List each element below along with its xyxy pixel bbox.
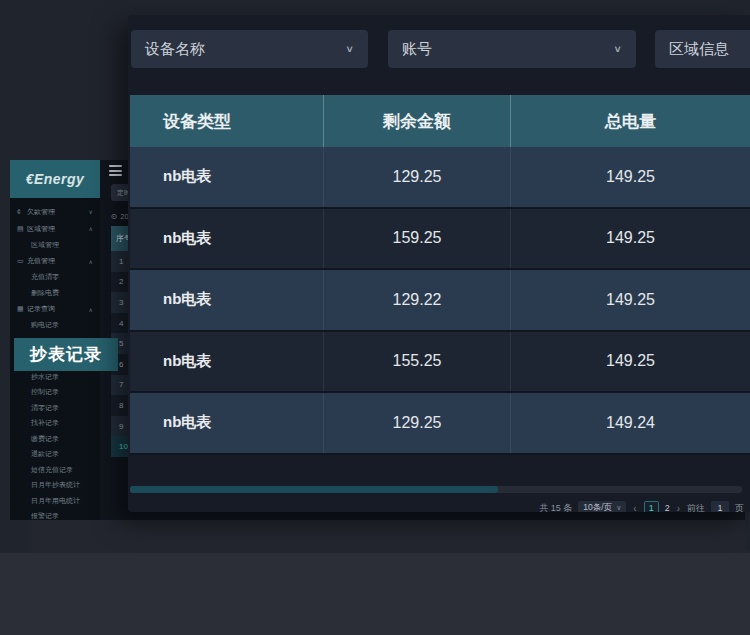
- chevron-up-icon: ∧: [89, 306, 93, 313]
- sidebar-item-arrears[interactable]: ¢ 欠款管理 ∨: [10, 203, 100, 220]
- page-button-2[interactable]: 2: [665, 503, 670, 512]
- page-size-select[interactable]: 10条/页 ∨: [578, 501, 626, 513]
- sidebar-sub-payment[interactable]: 缴费记录: [10, 431, 100, 447]
- account-dropdown[interactable]: 账号 ∨: [388, 30, 636, 68]
- chevron-up-icon: ∧: [89, 258, 93, 265]
- coin-icon: ¢: [17, 208, 27, 215]
- chevron-down-icon: ∨: [345, 43, 354, 54]
- sidebar-sub-reset[interactable]: 清零记录: [10, 400, 100, 416]
- table-row[interactable]: nb电表 129.25 149.24: [130, 393, 750, 455]
- sidebar-sub-region[interactable]: 区域管理: [10, 237, 100, 253]
- pagination-total: 共 15 条: [539, 502, 572, 513]
- goto-page-input[interactable]: 1: [711, 501, 729, 513]
- header-total-power: 总电量: [511, 95, 750, 147]
- header-device-type: 设备类型: [130, 95, 324, 147]
- goto-unit: 页: [735, 502, 744, 513]
- sidebar-sub-control[interactable]: 控制记录: [10, 385, 100, 401]
- sidebar-sub-purchase[interactable]: 购电记录: [10, 318, 100, 334]
- pagination: 共 15 条 10条/页 ∨ ‹ 1 2 › 前往 1 页: [539, 500, 744, 512]
- page-bottom-band: [0, 553, 750, 635]
- device-name-dropdown[interactable]: 设备名称 ∨: [131, 30, 368, 68]
- sidebar-sub-adjust[interactable]: 找补记录: [10, 416, 100, 432]
- app-logo: €Energy: [10, 160, 100, 198]
- region-icon: ▤: [17, 225, 27, 233]
- region-info-dropdown[interactable]: 区域信息: [655, 30, 750, 68]
- table-header-row: 设备类型 剩余金额 总电量: [130, 95, 750, 147]
- sidebar-sub-water[interactable]: 抄水记录: [10, 369, 100, 385]
- scrollbar-thumb[interactable]: [130, 486, 498, 493]
- chevron-up-icon: ∧: [89, 225, 93, 232]
- menu-toggle-icon[interactable]: [109, 165, 122, 176]
- sidebar-sub-delete-fee[interactable]: 删除电费: [10, 285, 100, 301]
- sidebar-item-recharge[interactable]: ▭ 充值管理 ∧: [10, 253, 100, 270]
- page-button-1-current[interactable]: 1: [644, 501, 659, 513]
- clock-icon: ⊙: [111, 212, 117, 221]
- card-icon: ▭: [17, 257, 27, 265]
- sidebar-sub-recharge-clear[interactable]: 充值清零: [10, 270, 100, 286]
- table-row[interactable]: nb电表 129.25 149.25: [130, 147, 750, 209]
- horizontal-scrollbar[interactable]: [130, 486, 742, 493]
- meter-table: 设备类型 剩余金额 总电量 nb电表 129.25 149.25 nb电表 15…: [130, 95, 750, 455]
- records-icon: ▦: [17, 305, 27, 313]
- chevron-down-icon: ∨: [616, 504, 621, 512]
- chevron-down-icon: ∨: [89, 208, 93, 215]
- sidebar-sub-sms[interactable]: 短信充值记录: [10, 462, 100, 478]
- sidebar-item-region[interactable]: ▤ 区域管理 ∧: [10, 220, 100, 237]
- table-row[interactable]: nb电表 155.25 149.25: [130, 332, 750, 394]
- table-row[interactable]: nb电表 159.25 149.25: [130, 209, 750, 271]
- sidebar-item-meter-reading-active[interactable]: 抄表记录: [14, 338, 118, 371]
- next-page-button[interactable]: ›: [676, 503, 681, 513]
- sidebar-sub-stat-reading[interactable]: 日月年抄表统计: [10, 478, 100, 494]
- sidebar-sub-refund[interactable]: 退款记录: [10, 447, 100, 463]
- sidebar-item-records[interactable]: ▦ 记录查询 ∧: [10, 301, 100, 318]
- header-remaining-amount: 剩余金额: [324, 95, 511, 147]
- chevron-down-icon: ∨: [613, 43, 622, 54]
- table-row[interactable]: nb电表 129.22 149.25: [130, 270, 750, 332]
- sidebar-sub-stat-power[interactable]: 日月年用电统计: [10, 493, 100, 509]
- sidebar-sub-alarm[interactable]: 报警记录: [10, 509, 100, 521]
- prev-page-button[interactable]: ‹: [632, 503, 637, 513]
- goto-label: 前往: [687, 502, 705, 513]
- meter-reading-panel: 设备名称 ∨ 账号 ∨ 区域信息 设备类型 剩余金额 总电量 nb电表 129.…: [128, 15, 750, 512]
